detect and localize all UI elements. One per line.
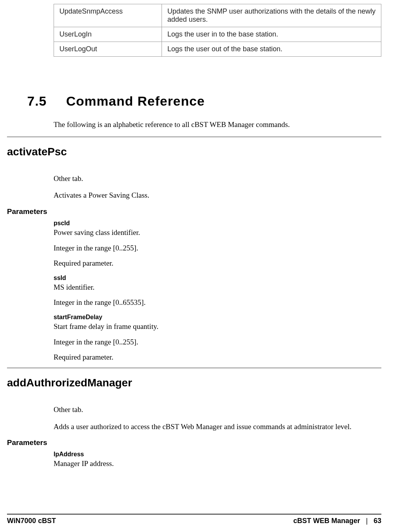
command-description: Activates a Power Saving Class. bbox=[54, 190, 370, 200]
command-heading-addauthrorizedmanager: addAuthrorizedManager bbox=[7, 377, 381, 389]
section-number: 7.5 bbox=[27, 94, 47, 109]
cell-desc: Logs the user in to the base station. bbox=[162, 27, 381, 42]
page-footer: WiN7000 cBST cBST WEB Manager | 63 bbox=[7, 514, 381, 525]
param-text: Integer in the range [0..255]. bbox=[54, 243, 370, 253]
footer-right: cBST WEB Manager | 63 bbox=[293, 517, 381, 525]
param-name-startframedelay: startFrameDelay bbox=[54, 314, 381, 321]
table-row: UserLogOut Logs the user out of the base… bbox=[54, 42, 381, 57]
command-heading-activatepsc: activatePsc bbox=[7, 146, 381, 158]
param-text: Integer in the range [0..65535]. bbox=[54, 297, 370, 308]
cell-desc: Logs the user out of the base station. bbox=[162, 42, 381, 57]
cell-desc: Updates the SNMP user authorizations wit… bbox=[162, 4, 381, 27]
param-text: MS identifier. bbox=[54, 282, 370, 292]
footer-page-number: 63 bbox=[374, 517, 381, 525]
table-row: UserLogIn Logs the user in to the base s… bbox=[54, 27, 381, 42]
footer-divider bbox=[7, 514, 381, 515]
footer-section: cBST WEB Manager bbox=[293, 517, 360, 525]
cell-name: UpdateSnmpAccess bbox=[54, 4, 162, 27]
param-text: Power saving class identifier. bbox=[54, 228, 370, 238]
table-row: UpdateSnmpAccess Updates the SNMP user a… bbox=[54, 4, 381, 27]
divider bbox=[7, 368, 381, 368]
section-title: Command Reference bbox=[66, 94, 205, 109]
param-name-ssid: ssId bbox=[54, 275, 381, 282]
param-name-ipaddress: IpAddress bbox=[54, 451, 381, 458]
cell-name: UserLogOut bbox=[54, 42, 162, 57]
param-text: Manager IP address. bbox=[54, 459, 370, 469]
param-text: Integer in the range [0..255]. bbox=[54, 337, 370, 347]
footer-divider-char: | bbox=[366, 517, 368, 525]
command-description: Adds a user authorized to access the cBS… bbox=[54, 422, 370, 432]
command-summary-table: UpdateSnmpAccess Updates the SNMP user a… bbox=[54, 4, 381, 57]
cell-name: UserLogIn bbox=[54, 27, 162, 42]
param-text: Start frame delay in frame quantity. bbox=[54, 322, 370, 332]
section-heading: 7.5 Command Reference bbox=[27, 94, 381, 109]
command-tab: Other tab. bbox=[54, 405, 370, 415]
parameters-heading: Parameters bbox=[7, 207, 381, 216]
command-tab: Other tab. bbox=[54, 174, 370, 184]
section-intro: The following is an alphabetic reference… bbox=[54, 120, 370, 130]
parameters-heading: Parameters bbox=[7, 438, 381, 447]
divider bbox=[7, 137, 381, 137]
footer-left: WiN7000 cBST bbox=[7, 517, 56, 525]
param-text: Required parameter. bbox=[54, 352, 370, 362]
param-text: Required parameter. bbox=[54, 258, 370, 268]
param-name-pscid: pscId bbox=[54, 220, 381, 227]
